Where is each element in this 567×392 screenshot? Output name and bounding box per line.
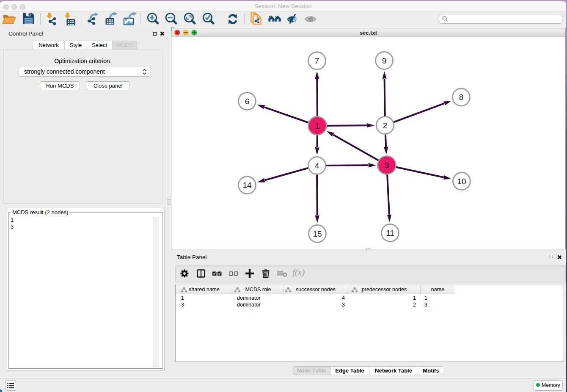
svg-text:1: 1 bbox=[315, 121, 320, 130]
svg-text:8: 8 bbox=[459, 93, 464, 102]
svg-text:9: 9 bbox=[382, 56, 387, 65]
svg-text:4: 4 bbox=[315, 161, 319, 170]
svg-text:3: 3 bbox=[385, 161, 389, 170]
svg-text:10: 10 bbox=[457, 177, 466, 186]
svg-text:15: 15 bbox=[313, 229, 322, 238]
svg-text:14: 14 bbox=[242, 181, 252, 190]
svg-text:11: 11 bbox=[386, 229, 394, 237]
svg-text:7: 7 bbox=[315, 56, 319, 65]
svg-text:6: 6 bbox=[245, 97, 250, 106]
svg-text:2: 2 bbox=[383, 121, 388, 130]
